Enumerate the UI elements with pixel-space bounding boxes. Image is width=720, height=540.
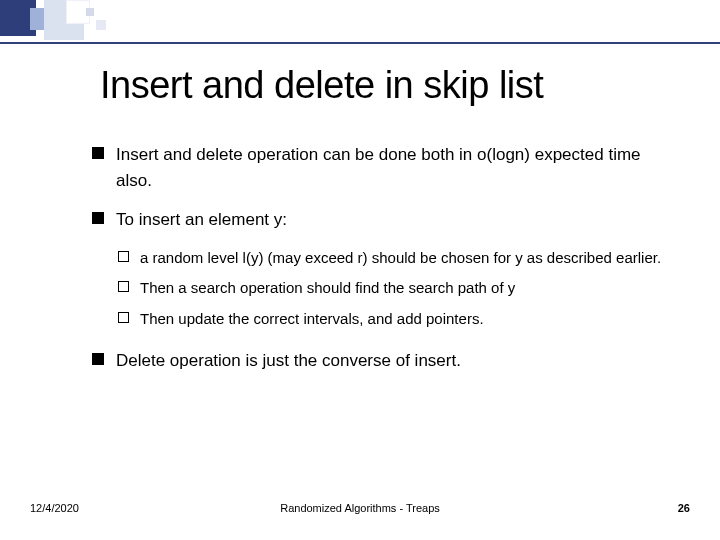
bullet-level1: Delete operation is just the converse of… bbox=[92, 348, 672, 374]
square-filled-icon bbox=[92, 353, 104, 365]
square-outline-icon bbox=[118, 281, 129, 292]
deco-square bbox=[96, 20, 106, 30]
square-filled-icon bbox=[92, 147, 104, 159]
horizontal-rule bbox=[0, 42, 720, 44]
bullet-level2: Then a search operation should find the … bbox=[118, 277, 672, 300]
bullet-level1: Insert and delete operation can be done … bbox=[92, 142, 672, 193]
bullet-text: To insert an element y: bbox=[116, 210, 287, 229]
square-outline-icon bbox=[118, 312, 129, 323]
slide-body: Insert and delete operation can be done … bbox=[92, 132, 672, 388]
bullet-text: a random level l(y) (may exceed r) shoul… bbox=[140, 249, 661, 266]
slide-title: Insert and delete in skip list bbox=[100, 64, 660, 107]
bullet-level2: Then update the correct intervals, and a… bbox=[118, 308, 672, 331]
square-filled-icon bbox=[92, 212, 104, 224]
bullet-text: Delete operation is just the converse of… bbox=[116, 351, 461, 370]
bullet-text: Insert and delete operation can be done … bbox=[116, 145, 641, 190]
bullet-level1: To insert an element y: bbox=[92, 207, 672, 233]
bullet-level2: a random level l(y) (may exceed r) shoul… bbox=[118, 247, 672, 270]
footer-title: Randomized Algorithms - Treaps bbox=[0, 502, 720, 514]
square-outline-icon bbox=[118, 251, 129, 262]
footer-page: 26 bbox=[678, 502, 690, 514]
bullet-text: Then a search operation should find the … bbox=[140, 279, 515, 296]
bullet-text: Then update the correct intervals, and a… bbox=[140, 310, 484, 327]
deco-square bbox=[86, 8, 94, 16]
slide-decoration bbox=[0, 0, 140, 46]
